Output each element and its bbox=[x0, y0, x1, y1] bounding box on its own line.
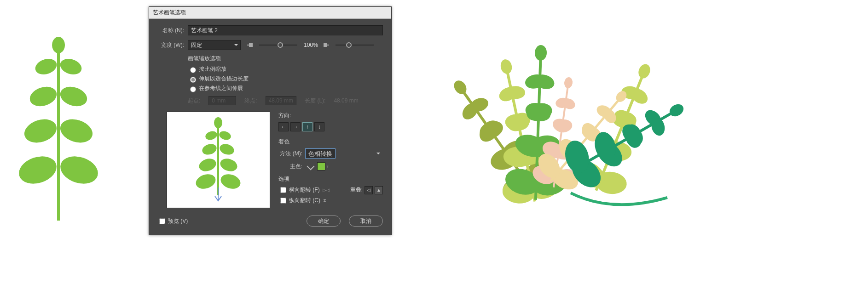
width-mode-select[interactable]: 固定 bbox=[188, 40, 241, 50]
eyedropper-icon[interactable] bbox=[307, 163, 314, 170]
name-input[interactable] bbox=[188, 25, 383, 35]
svg-point-14 bbox=[218, 142, 235, 157]
scale-radio-stretch-fit[interactable]: 伸展以适合描边长度 bbox=[188, 75, 383, 83]
svg-point-51 bbox=[563, 77, 573, 89]
width-label: 宽度 (W): bbox=[157, 41, 184, 49]
width-slider-left[interactable] bbox=[259, 45, 297, 45]
svg-point-5 bbox=[21, 115, 59, 147]
svg-point-12 bbox=[218, 130, 231, 141]
svg-point-61 bbox=[637, 62, 652, 80]
svg-point-81 bbox=[667, 102, 686, 119]
svg-point-3 bbox=[27, 84, 59, 110]
brush-preview bbox=[167, 112, 270, 208]
dialog-title: 艺术画笔选项 bbox=[149, 7, 391, 19]
keycolor-label: 主色: bbox=[278, 163, 302, 170]
flip-horizontal-checkbox[interactable]: 横向翻转 (F) ▷◁ bbox=[278, 186, 330, 194]
svg-rect-0 bbox=[57, 37, 60, 221]
width-slider-right[interactable] bbox=[336, 45, 374, 45]
preview-checkbox[interactable]: 预览 (V) bbox=[157, 217, 188, 226]
svg-point-2 bbox=[58, 56, 84, 77]
svg-point-16 bbox=[218, 157, 238, 173]
scale-section-title: 画笔缩放选项 bbox=[188, 55, 383, 62]
direction-label: 方向: bbox=[278, 112, 383, 119]
svg-point-1 bbox=[33, 56, 59, 77]
right-bouquet-illustration bbox=[428, 32, 741, 250]
left-plant-illustration bbox=[13, 23, 105, 227]
svg-point-13 bbox=[201, 142, 218, 157]
keycolor-swatch[interactable] bbox=[317, 162, 325, 170]
method-label: 方法 (M): bbox=[278, 150, 302, 158]
direction-up-button[interactable]: ↑ bbox=[302, 122, 312, 131]
svg-point-8 bbox=[57, 152, 101, 188]
guides-disabled-row: 起点:0 mm 终点:48.09 mm 长度 (L):48.09 mm bbox=[188, 96, 383, 105]
svg-point-11 bbox=[204, 130, 218, 141]
width-flip-right-icon[interactable] bbox=[323, 41, 330, 49]
name-label: 名称 (N): bbox=[157, 27, 184, 34]
svg-point-31 bbox=[499, 58, 513, 75]
direction-left-button[interactable]: ← bbox=[278, 122, 289, 131]
colorize-method-select[interactable]: 色相转换 bbox=[305, 148, 336, 159]
colorize-label: 着色 bbox=[278, 138, 383, 146]
svg-point-41 bbox=[534, 45, 547, 61]
direction-down-button[interactable]: ↓ bbox=[314, 122, 324, 131]
svg-rect-9 bbox=[217, 122, 219, 195]
svg-point-55 bbox=[550, 116, 572, 135]
scale-radio-stretch-guides[interactable]: 在参考线之间伸展 bbox=[188, 85, 383, 92]
svg-point-7 bbox=[15, 152, 60, 188]
svg-point-6 bbox=[57, 115, 95, 147]
width-percent: 100% bbox=[304, 42, 318, 48]
direction-right-button[interactable]: → bbox=[290, 122, 301, 131]
art-brush-options-dialog: 艺术画笔选项 名称 (N): 宽度 (W): 固定 100% bbox=[149, 6, 392, 235]
svg-point-10 bbox=[214, 117, 222, 128]
cancel-button[interactable]: 取消 bbox=[349, 216, 383, 227]
scale-radio-proportional[interactable]: 按比例缩放 bbox=[188, 65, 383, 73]
overlap-option-b[interactable]: ▲ bbox=[375, 186, 383, 194]
svg-point-15 bbox=[197, 157, 217, 173]
overlap-label: 重叠: bbox=[350, 186, 363, 194]
width-flip-left-icon[interactable] bbox=[246, 41, 254, 49]
ok-button[interactable]: 确定 bbox=[307, 216, 341, 227]
svg-point-4 bbox=[58, 84, 89, 110]
flip-vertical-checkbox[interactable]: 纵向翻转 (C) ⧗ bbox=[278, 196, 326, 205]
overlap-option-a[interactable]: ◁ bbox=[365, 186, 373, 194]
options-label: 选项 bbox=[278, 175, 383, 183]
svg-point-18 bbox=[219, 172, 242, 191]
colorize-tip-icon[interactable]: ♀ bbox=[325, 163, 330, 170]
svg-point-17 bbox=[194, 172, 217, 191]
